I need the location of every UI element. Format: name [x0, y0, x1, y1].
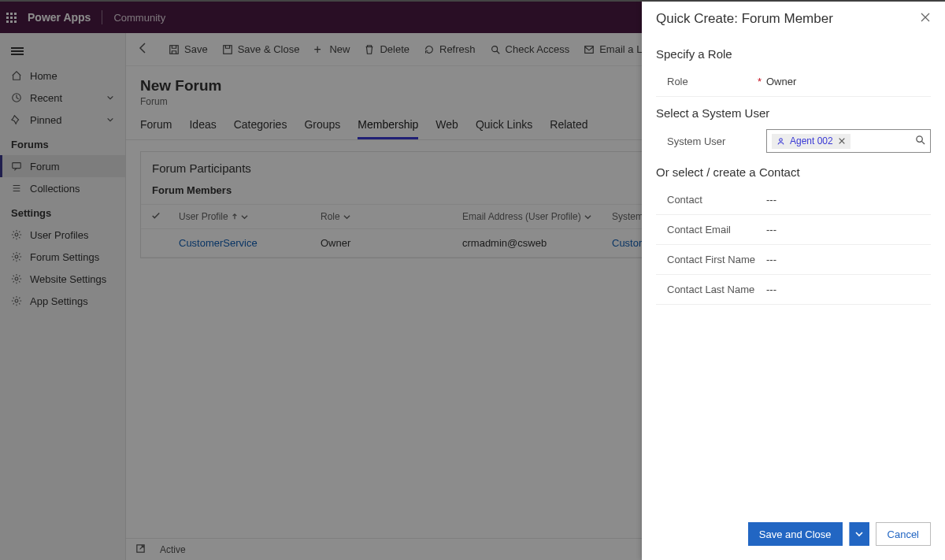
field-contact-first[interactable]: Contact First Name ---: [656, 245, 931, 275]
cancel-button[interactable]: Cancel: [876, 522, 931, 546]
flyout-title: Quick Create: Forum Member: [656, 11, 920, 27]
required-icon: *: [758, 76, 762, 87]
close-icon[interactable]: [920, 12, 931, 26]
lookup-pill-label: Agent 002: [790, 135, 833, 146]
remove-icon[interactable]: [838, 135, 846, 147]
flyout-footer: Save and Close Cancel: [642, 514, 945, 560]
contact-label: Contact: [656, 194, 766, 206]
contact-first-label: Contact First Name: [656, 254, 766, 265]
save-and-close-button[interactable]: Save and Close: [748, 522, 843, 546]
svg-point-11: [780, 138, 783, 141]
system-user-lookup[interactable]: Agent 002: [766, 129, 931, 153]
person-icon: [776, 137, 785, 146]
contact-value[interactable]: ---: [766, 194, 931, 206]
field-role[interactable]: Role* Owner: [656, 67, 931, 97]
section-system-user: Select a System User: [656, 106, 931, 120]
contact-last-value[interactable]: ---: [766, 284, 931, 295]
contact-email-value[interactable]: ---: [766, 224, 931, 235]
svg-point-12: [917, 136, 922, 142]
role-label: Role: [667, 76, 688, 87]
system-user-label: System User: [667, 135, 725, 147]
quick-create-panel: Quick Create: Forum Member Specify a Rol…: [642, 2, 945, 560]
contact-email-label: Contact Email: [656, 224, 766, 235]
search-icon[interactable]: [915, 135, 925, 147]
save-split-button[interactable]: [849, 522, 869, 546]
field-contact[interactable]: Contact ---: [656, 185, 931, 215]
modal-overlay[interactable]: [0, 2, 642, 560]
section-role: Specify a Role: [656, 47, 931, 61]
field-system-user: System User Agent 002: [656, 126, 931, 156]
section-contact: Or select / create a Contact: [656, 165, 931, 179]
field-contact-last[interactable]: Contact Last Name ---: [656, 275, 931, 305]
contact-last-label: Contact Last Name: [656, 284, 766, 295]
contact-first-value[interactable]: ---: [766, 254, 931, 265]
lookup-pill[interactable]: Agent 002: [772, 134, 850, 149]
role-value[interactable]: Owner: [766, 76, 931, 87]
chevron-down-icon: [855, 530, 863, 538]
field-contact-email[interactable]: Contact Email ---: [656, 215, 931, 245]
